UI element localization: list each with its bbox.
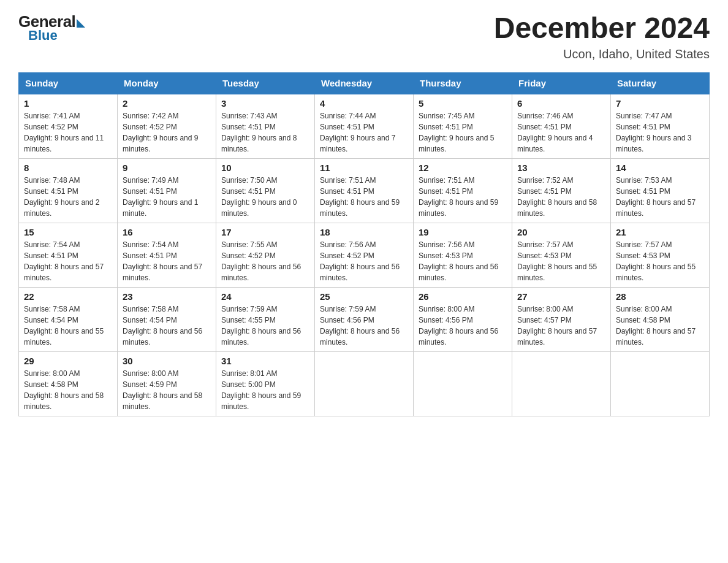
day-info: Sunrise: 7:52 AM Sunset: 4:51 PM Dayligh… bbox=[517, 175, 605, 219]
day-number: 29 bbox=[24, 356, 112, 366]
calendar-cell: 21 Sunrise: 7:57 AM Sunset: 4:53 PM Dayl… bbox=[611, 223, 710, 287]
logo-arrow-icon bbox=[77, 19, 85, 28]
day-info: Sunrise: 8:00 AM Sunset: 4:56 PM Dayligh… bbox=[419, 304, 507, 348]
day-number: 14 bbox=[616, 163, 704, 173]
day-info: Sunrise: 7:46 AM Sunset: 4:51 PM Dayligh… bbox=[517, 110, 605, 155]
calendar-cell: 17 Sunrise: 7:55 AM Sunset: 4:52 PM Dayl… bbox=[216, 223, 315, 287]
day-info: Sunrise: 7:51 AM Sunset: 4:51 PM Dayligh… bbox=[419, 175, 507, 219]
calendar-cell: 20 Sunrise: 7:57 AM Sunset: 4:53 PM Dayl… bbox=[512, 223, 611, 287]
day-info: Sunrise: 7:45 AM Sunset: 4:51 PM Dayligh… bbox=[419, 110, 507, 155]
day-info: Sunrise: 7:59 AM Sunset: 4:55 PM Dayligh… bbox=[221, 304, 309, 348]
day-info: Sunrise: 7:57 AM Sunset: 4:53 PM Dayligh… bbox=[616, 239, 704, 283]
day-number: 7 bbox=[616, 98, 704, 109]
day-number: 6 bbox=[517, 98, 605, 109]
day-number: 16 bbox=[123, 227, 211, 237]
calendar-cell: 13 Sunrise: 7:52 AM Sunset: 4:51 PM Dayl… bbox=[512, 158, 611, 223]
day-info: Sunrise: 7:55 AM Sunset: 4:52 PM Dayligh… bbox=[221, 239, 309, 283]
calendar-cell bbox=[315, 351, 414, 416]
calendar-cell: 6 Sunrise: 7:46 AM Sunset: 4:51 PM Dayli… bbox=[512, 94, 611, 159]
day-number: 23 bbox=[123, 291, 211, 302]
logo-blue-text: Blue bbox=[28, 28, 58, 44]
calendar-cell: 9 Sunrise: 7:49 AM Sunset: 4:51 PM Dayli… bbox=[118, 158, 216, 223]
day-info: Sunrise: 7:54 AM Sunset: 4:51 PM Dayligh… bbox=[24, 239, 112, 283]
day-number: 22 bbox=[24, 291, 112, 302]
calendar-table: SundayMondayTuesdayWednesdayThursdayFrid… bbox=[18, 72, 710, 416]
header-friday: Friday bbox=[512, 72, 611, 94]
calendar-cell: 7 Sunrise: 7:47 AM Sunset: 4:51 PM Dayli… bbox=[611, 94, 710, 159]
day-info: Sunrise: 7:50 AM Sunset: 4:51 PM Dayligh… bbox=[221, 175, 309, 219]
calendar-cell: 28 Sunrise: 8:00 AM Sunset: 4:58 PM Dayl… bbox=[611, 287, 710, 351]
week-row-4: 22 Sunrise: 7:58 AM Sunset: 4:54 PM Dayl… bbox=[19, 287, 710, 351]
calendar-cell: 23 Sunrise: 7:58 AM Sunset: 4:54 PM Dayl… bbox=[118, 287, 216, 351]
day-info: Sunrise: 7:57 AM Sunset: 4:53 PM Dayligh… bbox=[517, 239, 605, 283]
day-number: 4 bbox=[320, 98, 408, 109]
calendar-cell: 11 Sunrise: 7:51 AM Sunset: 4:51 PM Dayl… bbox=[315, 158, 414, 223]
day-number: 26 bbox=[419, 291, 507, 302]
calendar-subtitle: Ucon, Idaho, United States bbox=[494, 47, 710, 61]
calendar-cell: 25 Sunrise: 7:59 AM Sunset: 4:56 PM Dayl… bbox=[315, 287, 414, 351]
calendar-cell: 30 Sunrise: 8:00 AM Sunset: 4:59 PM Dayl… bbox=[118, 351, 216, 416]
day-info: Sunrise: 7:56 AM Sunset: 4:52 PM Dayligh… bbox=[320, 239, 408, 283]
calendar-cell: 12 Sunrise: 7:51 AM Sunset: 4:51 PM Dayl… bbox=[414, 158, 512, 223]
day-info: Sunrise: 7:44 AM Sunset: 4:51 PM Dayligh… bbox=[320, 110, 408, 155]
calendar-cell bbox=[512, 351, 611, 416]
day-info: Sunrise: 8:01 AM Sunset: 5:00 PM Dayligh… bbox=[221, 368, 309, 412]
day-number: 10 bbox=[221, 163, 309, 173]
week-row-5: 29 Sunrise: 8:00 AM Sunset: 4:58 PM Dayl… bbox=[19, 351, 710, 416]
calendar-cell: 5 Sunrise: 7:45 AM Sunset: 4:51 PM Dayli… bbox=[414, 94, 512, 159]
calendar-cell bbox=[414, 351, 512, 416]
calendar-cell: 10 Sunrise: 7:50 AM Sunset: 4:51 PM Dayl… bbox=[216, 158, 315, 223]
day-number: 3 bbox=[221, 98, 309, 109]
day-number: 20 bbox=[517, 227, 605, 237]
day-number: 17 bbox=[221, 227, 309, 237]
calendar-cell: 14 Sunrise: 7:53 AM Sunset: 4:51 PM Dayl… bbox=[611, 158, 710, 223]
day-info: Sunrise: 7:42 AM Sunset: 4:52 PM Dayligh… bbox=[123, 110, 211, 155]
calendar-cell: 29 Sunrise: 8:00 AM Sunset: 4:58 PM Dayl… bbox=[19, 351, 118, 416]
day-number: 11 bbox=[320, 163, 408, 173]
day-number: 28 bbox=[616, 291, 704, 302]
week-row-3: 15 Sunrise: 7:54 AM Sunset: 4:51 PM Dayl… bbox=[19, 223, 710, 287]
calendar-cell: 3 Sunrise: 7:43 AM Sunset: 4:51 PM Dayli… bbox=[216, 94, 315, 159]
day-number: 2 bbox=[123, 98, 211, 109]
header-saturday: Saturday bbox=[611, 72, 710, 94]
page-header: General Blue December 2024 Ucon, Idaho, … bbox=[18, 12, 710, 61]
day-info: Sunrise: 7:59 AM Sunset: 4:56 PM Dayligh… bbox=[320, 304, 408, 348]
header-thursday: Thursday bbox=[414, 72, 512, 94]
calendar-cell: 26 Sunrise: 8:00 AM Sunset: 4:56 PM Dayl… bbox=[414, 287, 512, 351]
header-tuesday: Tuesday bbox=[216, 72, 315, 94]
day-info: Sunrise: 7:47 AM Sunset: 4:51 PM Dayligh… bbox=[616, 110, 704, 155]
day-number: 13 bbox=[517, 163, 605, 173]
day-info: Sunrise: 7:51 AM Sunset: 4:51 PM Dayligh… bbox=[320, 175, 408, 219]
day-number: 1 bbox=[24, 98, 112, 109]
header-wednesday: Wednesday bbox=[315, 72, 414, 94]
calendar-header-row: SundayMondayTuesdayWednesdayThursdayFrid… bbox=[19, 72, 710, 94]
calendar-cell bbox=[611, 351, 710, 416]
day-number: 5 bbox=[419, 98, 507, 109]
day-info: Sunrise: 7:49 AM Sunset: 4:51 PM Dayligh… bbox=[123, 175, 211, 219]
day-info: Sunrise: 7:58 AM Sunset: 4:54 PM Dayligh… bbox=[24, 304, 112, 348]
day-number: 12 bbox=[419, 163, 507, 173]
day-number: 21 bbox=[616, 227, 704, 237]
day-number: 30 bbox=[123, 356, 211, 366]
calendar-cell: 18 Sunrise: 7:56 AM Sunset: 4:52 PM Dayl… bbox=[315, 223, 414, 287]
calendar-cell: 4 Sunrise: 7:44 AM Sunset: 4:51 PM Dayli… bbox=[315, 94, 414, 159]
day-number: 9 bbox=[123, 163, 211, 173]
day-number: 27 bbox=[517, 291, 605, 302]
day-number: 24 bbox=[221, 291, 309, 302]
day-number: 25 bbox=[320, 291, 408, 302]
day-info: Sunrise: 8:00 AM Sunset: 4:57 PM Dayligh… bbox=[517, 304, 605, 348]
day-number: 18 bbox=[320, 227, 408, 237]
calendar-cell: 27 Sunrise: 8:00 AM Sunset: 4:57 PM Dayl… bbox=[512, 287, 611, 351]
calendar-cell: 24 Sunrise: 7:59 AM Sunset: 4:55 PM Dayl… bbox=[216, 287, 315, 351]
calendar-cell: 16 Sunrise: 7:54 AM Sunset: 4:51 PM Dayl… bbox=[118, 223, 216, 287]
day-number: 19 bbox=[419, 227, 507, 237]
day-info: Sunrise: 7:58 AM Sunset: 4:54 PM Dayligh… bbox=[123, 304, 211, 348]
logo: General Blue bbox=[18, 12, 85, 44]
calendar-cell: 8 Sunrise: 7:48 AM Sunset: 4:51 PM Dayli… bbox=[19, 158, 118, 223]
day-number: 15 bbox=[24, 227, 112, 237]
day-info: Sunrise: 8:00 AM Sunset: 4:58 PM Dayligh… bbox=[616, 304, 704, 348]
title-block: December 2024 Ucon, Idaho, United States bbox=[494, 12, 710, 61]
day-info: Sunrise: 7:48 AM Sunset: 4:51 PM Dayligh… bbox=[24, 175, 112, 219]
calendar-cell: 15 Sunrise: 7:54 AM Sunset: 4:51 PM Dayl… bbox=[19, 223, 118, 287]
day-info: Sunrise: 8:00 AM Sunset: 4:59 PM Dayligh… bbox=[123, 368, 211, 412]
